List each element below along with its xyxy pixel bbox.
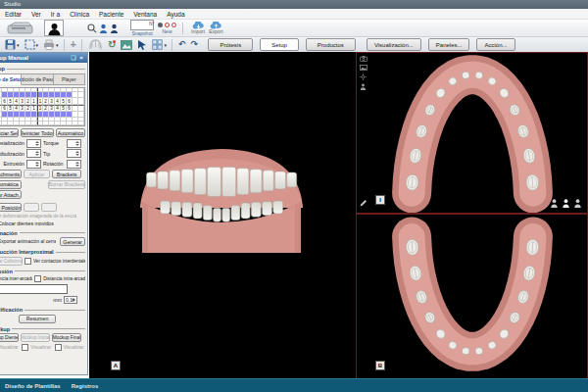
- panel-restore-icon[interactable]: ❑: [71, 55, 76, 61]
- save-dropdown-arrow[interactable]: ▾: [17, 42, 20, 48]
- panel-tab-inicio-de-setup[interactable]: Inicio de Setup: [0, 74, 22, 85]
- settings-icon[interactable]: [360, 74, 367, 80]
- reiniciar-sel-button[interactable]: Reiniciar Sel.: [0, 128, 19, 137]
- panel-close-icon[interactable]: ×: [78, 55, 84, 61]
- person-small-icon[interactable]: [360, 83, 367, 90]
- view-lower-occlusal[interactable]: B: [356, 214, 588, 379]
- summary-button[interactable]: Resumen: [19, 315, 56, 323]
- export-button[interactable]: Export: [209, 22, 222, 34]
- rotacion-spinner[interactable]: [67, 160, 81, 169]
- arch-tool-button[interactable]: [87, 38, 104, 51]
- menu-item-editar[interactable]: Editar: [0, 11, 26, 18]
- mockup-dientes-button[interactable]: Mockup Dientes: [0, 333, 19, 342]
- menu-item-ayuda[interactable]: Ayuda: [162, 11, 189, 18]
- select-tool-button[interactable]: [136, 38, 148, 51]
- occlusion-step-spinner[interactable]: 0,1: [64, 296, 77, 304]
- delete-attachments-button[interactable]: Borrar Attach...: [0, 190, 22, 199]
- rotate-tool-button[interactable]: ↻: [107, 38, 117, 51]
- panel-tab-edicion-de-pasos[interactable]: Edición de Pasos: [22, 74, 53, 85]
- tip-spinner[interactable]: [67, 149, 81, 158]
- menu-item-clinica[interactable]: Clínica: [65, 11, 94, 18]
- automatic-button[interactable]: Automática: [0, 180, 22, 189]
- toolbar-button-visualizacion[interactable]: Visualización...: [367, 38, 421, 51]
- spinner-down-icon[interactable]: [75, 144, 79, 146]
- spinner-up-icon[interactable]: [75, 141, 79, 143]
- patient-photo[interactable]: [44, 20, 64, 36]
- print-dropdown-arrow[interactable]: ▾: [56, 42, 59, 48]
- layout-dropdown-arrow[interactable]: ▾: [164, 42, 167, 48]
- modification-section-title: Modificación: [0, 307, 23, 313]
- mockup-final-button[interactable]: Mockup Final: [52, 333, 81, 342]
- fullscreen-button[interactable]: ▾: [24, 38, 40, 51]
- patient-dark-icon[interactable]: [110, 24, 119, 33]
- lower-view-label: B: [375, 361, 385, 370]
- camera-icon[interactable]: [360, 56, 368, 62]
- menu-item-ventana[interactable]: Ventana: [128, 11, 162, 18]
- movement-row: VestibulizaciónTip: [0, 149, 85, 158]
- import-button[interactable]: Import: [191, 22, 205, 34]
- vestibulizacion-spinner[interactable]: [26, 149, 41, 158]
- brackets-button[interactable]: Brackets: [52, 170, 81, 178]
- person-icon-2[interactable]: [563, 199, 569, 208]
- spinner-down-icon[interactable]: [35, 154, 39, 156]
- panel-tab-player[interactable]: Player: [54, 74, 85, 85]
- status-item-registros[interactable]: Registros: [72, 383, 99, 389]
- print-button[interactable]: ▾: [42, 38, 60, 51]
- save-button[interactable]: ▾: [4, 38, 21, 51]
- fullscreen-dropdown-arrow[interactable]: ▾: [36, 42, 39, 48]
- scan-button[interactable]: [7, 22, 33, 34]
- zoom-icon[interactable]: [87, 24, 97, 33]
- spinner-up-icon[interactable]: [75, 162, 79, 164]
- mode-button-setup[interactable]: Setup: [260, 38, 299, 51]
- status-item-diseno-de-plantillas[interactable]: Diseño de Plantillas: [5, 383, 61, 389]
- attachments-button[interactable]: Attachments: [0, 170, 22, 178]
- new-circle-icon-1[interactable]: [165, 23, 170, 27]
- occlusion-distance-slider[interactable]: [0, 284, 68, 294]
- spinner-down-icon[interactable]: [75, 165, 79, 167]
- spinner-down-icon[interactable]: [35, 144, 39, 146]
- panel-titlebar[interactable]: Setup Manual ❑ ×: [0, 53, 87, 63]
- record-dot-icon[interactable]: [158, 23, 163, 27]
- spinner-down-icon[interactable]: [75, 154, 79, 156]
- extrusion-spinner[interactable]: [26, 160, 41, 169]
- mesializacion-spinner[interactable]: [26, 139, 41, 148]
- visualize-checkbox-2[interactable]: [22, 344, 28, 351]
- image-icon[interactable]: [360, 65, 368, 71]
- person-icon-1[interactable]: [551, 199, 558, 208]
- image-tool-button[interactable]: [120, 38, 133, 51]
- spinner-down-icon[interactable]: [35, 165, 39, 167]
- toolbar-button-paneles[interactable]: Paneles...: [428, 38, 470, 51]
- torque-spinner[interactable]: [67, 139, 81, 148]
- undo-button[interactable]: ↶: [177, 38, 187, 51]
- menu-item-ver[interactable]: Ver: [26, 11, 46, 18]
- pencil-icon[interactable]: [360, 199, 368, 207]
- intra-arch-checkbox[interactable]: [34, 275, 41, 282]
- spinner-up-icon[interactable]: [35, 151, 39, 153]
- view-upper-occlusal[interactable]: I: [356, 52, 588, 214]
- menu-item-ir-a[interactable]: Ir a: [46, 11, 65, 18]
- redo-icon: ↷: [190, 39, 198, 50]
- generate-button[interactable]: Generar: [60, 237, 85, 246]
- new-circle-icon-2[interactable]: [172, 23, 176, 27]
- toolbar-button-accion[interactable]: Acción...: [476, 38, 514, 51]
- spinner-up-icon[interactable]: [35, 162, 39, 164]
- automatico-button[interactable]: Automático: [56, 128, 85, 137]
- fix-position-button[interactable]: Fijar Posición: [0, 203, 22, 212]
- spinner-up-icon[interactable]: [35, 141, 39, 143]
- mode-button-protesis[interactable]: Prótesis: [208, 38, 253, 51]
- reiniciar-todos-button[interactable]: Reiniciar Todos: [21, 128, 54, 137]
- window-titlebar[interactable]: Studio: [0, 0, 588, 9]
- interdental-contacts-checkbox[interactable]: [24, 258, 31, 265]
- visualize-checkbox-3[interactable]: [55, 344, 62, 351]
- menu-item-paciente[interactable]: Paciente: [94, 11, 128, 18]
- vestibulizacion-label: Vestibulización: [0, 151, 24, 157]
- person-icon-3[interactable]: [574, 199, 581, 208]
- patient-blue-icon[interactable]: [99, 24, 108, 33]
- view-frontal[interactable]: A: [89, 52, 356, 379]
- upper-view-label: I: [375, 195, 385, 205]
- add-button[interactable]: +: [70, 38, 77, 51]
- mode-button-productos[interactable]: Productos: [306, 38, 356, 51]
- redo-button[interactable]: ↷: [189, 38, 199, 51]
- spinner-up-icon[interactable]: [75, 151, 79, 153]
- layout-grid-button[interactable]: ▾: [151, 38, 168, 51]
